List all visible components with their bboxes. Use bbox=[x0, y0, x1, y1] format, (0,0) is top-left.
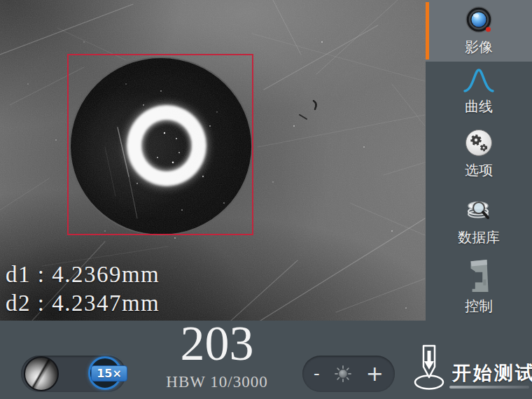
brightness-control: - + bbox=[302, 356, 395, 392]
camera-view: d1 : 4.2369mm d2 : 4.2347mm bbox=[0, 0, 426, 321]
tester-machine-icon bbox=[467, 259, 491, 293]
sidebar-item-database[interactable]: 数据库 bbox=[426, 186, 532, 253]
brightness-increase-button[interactable]: + bbox=[366, 363, 384, 384]
hardness-scale-label: HBW 10/3000 bbox=[147, 373, 287, 391]
hardness-readout: 203 HBW 10/3000 bbox=[147, 321, 287, 391]
sidebar-item-label: 选项 bbox=[465, 161, 493, 180]
sidebar-item-control[interactable]: 控制 bbox=[426, 253, 532, 321]
indenter-ball-icon bbox=[24, 356, 59, 391]
bell-curve-icon bbox=[463, 68, 495, 93]
start-test-underline bbox=[449, 386, 529, 388]
sidebar-item-curve[interactable]: 曲线 bbox=[426, 62, 532, 122]
roi-rectangle bbox=[67, 54, 253, 235]
brightness-decrease-button[interactable]: - bbox=[314, 365, 320, 382]
indenter-arrow-icon bbox=[412, 344, 448, 391]
camera-lens-icon bbox=[465, 6, 493, 34]
magnification-badge[interactable]: 15× bbox=[91, 365, 127, 382]
database-search-icon bbox=[463, 193, 494, 224]
objective-selector[interactable]: 15× bbox=[21, 356, 126, 392]
sidebar-item-label: 控制 bbox=[465, 297, 493, 316]
sidebar-item-options[interactable]: 选项 bbox=[426, 122, 532, 186]
sidebar-item-label: 曲线 bbox=[465, 97, 493, 116]
start-test-button[interactable]: 开始测试 bbox=[412, 342, 532, 396]
brightness-sun-icon bbox=[335, 365, 351, 382]
bottom-bar: 15× 203 HBW 10/3000 - bbox=[0, 321, 532, 399]
active-indicator bbox=[426, 2, 429, 59]
hardness-value: 203 bbox=[147, 321, 287, 367]
sidebar-item-image[interactable]: 影像 bbox=[426, 0, 532, 62]
sidebar-item-label: 影像 bbox=[465, 38, 493, 57]
d1-measurement: d1 : 4.2369mm bbox=[6, 262, 160, 288]
sidebar: 影像 曲线 bbox=[426, 0, 532, 321]
sidebar-item-label: 数据库 bbox=[458, 228, 500, 247]
start-test-label: 开始测试 bbox=[452, 360, 532, 386]
gears-icon bbox=[465, 129, 493, 157]
d2-measurement: d2 : 4.2347mm bbox=[6, 290, 160, 316]
hardness-tester-app: d1 : 4.2369mm d2 : 4.2347mm bbox=[0, 0, 532, 399]
